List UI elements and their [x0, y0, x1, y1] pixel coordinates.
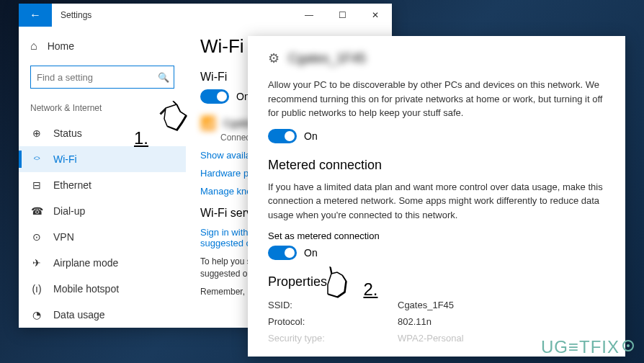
nav-ethernet[interactable]: ⊟Ethernet [19, 172, 186, 198]
sidebar: ⌂ Home 🔍 Network & Internet ⊕Status ⌔Wi-… [19, 27, 186, 328]
titlebar: ← Settings — ☐ ✕ [19, 4, 392, 27]
vpn-icon: ⊙ [30, 231, 43, 243]
nav-wifi[interactable]: ⌔Wi-Fi [19, 146, 186, 172]
dialup-icon: ☎ [30, 205, 43, 217]
search-icon: 🔍 [158, 72, 169, 83]
network-detail-window: ⚙ Cgates_1F45 Allow your PC to be discov… [248, 36, 625, 357]
datausage-icon: ◔ [30, 309, 43, 321]
network-header: ⚙ Cgates_1F45 [268, 50, 605, 66]
nav-datausage[interactable]: ◔Data usage [19, 302, 186, 328]
prop-row-protocol: Protocol: 802.11n [268, 313, 605, 330]
close-button[interactable]: ✕ [359, 4, 392, 27]
minimize-button[interactable]: — [292, 4, 326, 27]
metered-label: Set as metered connection [268, 230, 605, 241]
gear-icon: ⚙ [268, 50, 279, 66]
metered-toggle-label: On [304, 247, 318, 259]
home-label: Home [48, 40, 74, 52]
back-button[interactable]: ← [19, 4, 52, 27]
window-controls: — ☐ ✕ [292, 4, 392, 27]
home-link[interactable]: ⌂ Home [19, 32, 186, 60]
toggle-switch-icon [200, 89, 229, 104]
watermark-text: UG≡TFIX [541, 337, 620, 357]
discover-description: Allow your PC to be discoverable by othe… [268, 78, 605, 120]
network-header-name: Cgates_1F45 [288, 51, 366, 66]
nav-airplane[interactable]: ✈Airplane mode [19, 250, 186, 276]
svg-point-1 [627, 344, 630, 347]
maximize-button[interactable]: ☐ [326, 4, 359, 27]
airplane-icon: ✈ [30, 257, 43, 269]
properties-heading: Properties [268, 274, 605, 290]
prop-row-ssid: SSID: Cgates_1F45 [268, 297, 605, 313]
nav-dialup[interactable]: ☎Dial-up [19, 198, 186, 224]
toggle-switch-icon [268, 129, 297, 143]
toggle-switch-icon [268, 246, 297, 260]
search-box[interactable]: 🔍 [30, 66, 174, 89]
nav-hotspot[interactable]: (ı)Mobile hotspot [19, 276, 186, 302]
home-icon: ⌂ [30, 40, 37, 53]
wifi-icon: ⌔ [30, 153, 43, 165]
discover-toggle-label: On [304, 130, 318, 142]
hotspot-icon: (ı) [30, 283, 43, 295]
metered-toggle[interactable]: On [268, 246, 605, 260]
search-input[interactable] [37, 72, 158, 83]
discover-toggle[interactable]: On [268, 129, 605, 143]
metered-heading: Metered connection [268, 158, 605, 173]
nav-vpn[interactable]: ⊙VPN [19, 224, 186, 250]
category-label: Network & Internet [19, 100, 186, 120]
window-title: Settings [61, 10, 292, 20]
metered-description: If you have a limited data plan and want… [268, 180, 605, 223]
status-icon: ⊕ [30, 127, 43, 139]
watermark-dot-icon [621, 337, 635, 357]
watermark: UG≡TFIX [541, 337, 635, 357]
ethernet-icon: ⊟ [30, 179, 43, 191]
nav-status[interactable]: ⊕Status [19, 120, 186, 146]
wifi-signal-icon: 📶 [200, 115, 216, 131]
